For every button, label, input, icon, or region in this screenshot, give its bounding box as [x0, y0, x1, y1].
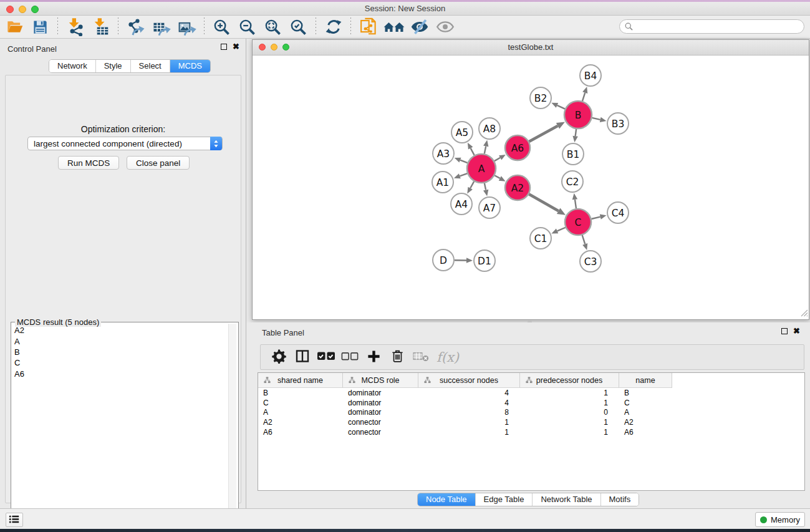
table-cell[interactable]: 4 — [418, 399, 520, 409]
graph-edge-A-A1[interactable] — [454, 173, 467, 178]
column-header-successor-nodes[interactable]: successor nodes — [418, 373, 520, 388]
eye-button[interactable] — [432, 16, 458, 37]
graph-node-C2[interactable]: C2 — [562, 171, 583, 192]
graph-edge-C-C4[interactable] — [591, 214, 606, 219]
table-row[interactable]: A2connector11A2 — [258, 418, 804, 428]
graph-edge-A-A5[interactable] — [468, 143, 475, 155]
table-cell[interactable]: A6 — [258, 428, 343, 438]
network-window-title-bar[interactable]: testGlobe.txt — [253, 40, 809, 56]
graph-edge-C-C1[interactable] — [551, 228, 565, 234]
task-list-button[interactable] — [6, 513, 23, 527]
import-network-button[interactable] — [62, 16, 88, 37]
table-row[interactable]: Bdominator41B — [258, 389, 804, 399]
graph-canvas[interactable]: B4B2BB3A5A8A6A3B1AA1C2A2A4A7C4CC1C3DD1 — [253, 56, 809, 319]
close-panel-button[interactable]: Close panel — [127, 156, 190, 170]
graph-node-B1[interactable]: B1 — [562, 143, 584, 165]
table-cell[interactable]: B — [619, 389, 672, 399]
graph-node-B4[interactable]: B4 — [580, 65, 601, 86]
graph-edge-A-A3[interactable] — [455, 158, 468, 163]
table-cell[interactable]: dominator — [343, 389, 418, 399]
graph-edge-B-B2[interactable] — [551, 103, 565, 109]
table-cell[interactable]: 8 — [418, 408, 520, 418]
graph-edge-A2-C[interactable] — [529, 194, 566, 215]
graph-node-D1[interactable]: D1 — [474, 250, 495, 271]
deselect-all-checks-button[interactable] — [338, 347, 362, 368]
tab-select[interactable]: Select — [130, 60, 170, 72]
float-panel-icon[interactable] — [221, 44, 227, 50]
table-cell[interactable]: B — [258, 389, 343, 399]
save-session-button[interactable] — [27, 16, 53, 37]
split-columns-button[interactable] — [291, 347, 314, 368]
table-cell[interactable]: A6 — [619, 428, 672, 438]
graph-edge-A-A2[interactable] — [494, 175, 505, 181]
table-cell[interactable]: A2 — [619, 418, 672, 428]
clone-network-button[interactable] — [355, 16, 381, 37]
close-panel-icon[interactable]: ✖ — [233, 44, 239, 50]
gear-button[interactable] — [267, 347, 291, 368]
graph-node-C3[interactable]: C3 — [580, 251, 601, 272]
result-list-item[interactable]: B — [12, 347, 229, 357]
graph-node-A2[interactable]: A2 — [505, 175, 530, 200]
tab-network[interactable]: Network — [49, 60, 95, 72]
graph-node-B[interactable]: B — [564, 101, 592, 128]
zoom-fit-button[interactable] — [260, 16, 286, 37]
graph-edge-A-A8[interactable] — [483, 140, 488, 154]
graph-edge-A-A6[interactable] — [494, 155, 506, 161]
graph-node-A7[interactable]: A7 — [479, 197, 500, 218]
graph-edge-D-D1[interactable] — [455, 258, 473, 263]
table-cell[interactable]: 1 — [418, 428, 520, 438]
table-row[interactable]: Adominator80A — [258, 408, 804, 418]
table-cell[interactable]: 1 — [520, 418, 619, 428]
result-list-item[interactable]: C — [12, 357, 229, 368]
float-table-panel-icon[interactable] — [781, 328, 788, 334]
table-cell[interactable]: 4 — [418, 389, 520, 399]
graph-edge-C-C2[interactable] — [572, 193, 577, 208]
maximize-window-button[interactable] — [31, 6, 39, 13]
table-cell[interactable]: A2 — [258, 418, 343, 428]
graph-edge-B-B3[interactable] — [592, 117, 606, 122]
eye-slash-button[interactable] — [407, 16, 432, 37]
run-mcds-button[interactable]: Run MCDS — [58, 156, 119, 170]
table-row[interactable]: A6connector11A6 — [258, 428, 804, 438]
delete-table-button[interactable] — [409, 347, 433, 368]
table-cell[interactable]: connector — [343, 428, 418, 438]
graph-node-A[interactable]: A — [467, 154, 496, 183]
graph-edge-A-A7[interactable] — [483, 183, 488, 196]
tab-style[interactable]: Style — [95, 60, 130, 72]
table-cell[interactable]: 1 — [418, 418, 520, 428]
tab-node-table[interactable]: Node Table — [418, 493, 475, 506]
table-cell[interactable]: 0 — [520, 408, 619, 418]
function-builder-button[interactable]: f(x) — [436, 350, 459, 365]
minimize-view-button[interactable] — [271, 44, 277, 51]
import-table-button[interactable] — [88, 16, 113, 37]
refresh-button[interactable] — [321, 16, 346, 37]
result-list-item[interactable]: A — [12, 336, 229, 346]
export-table-button[interactable] — [148, 16, 174, 37]
table-row[interactable]: Cdominator41C — [258, 399, 804, 409]
open-file-button[interactable] — [2, 16, 27, 37]
search-input[interactable] — [619, 19, 804, 34]
table-cell[interactable]: 1 — [520, 389, 619, 399]
graph-node-A6[interactable]: A6 — [505, 135, 530, 160]
resize-grip-icon[interactable] — [800, 309, 808, 319]
table-cell[interactable]: 1 — [520, 399, 619, 409]
graph-edge-C-C3[interactable] — [582, 235, 588, 250]
column-header-predecessor-nodes[interactable]: predecessor nodes — [520, 373, 619, 388]
zoom-out-button[interactable] — [234, 16, 260, 37]
tab-mcds[interactable]: MCDS — [170, 60, 210, 72]
result-list-item[interactable]: A2 — [12, 325, 229, 336]
add-button[interactable] — [362, 347, 385, 368]
close-window-button[interactable] — [6, 6, 14, 13]
select-all-checks-button[interactable] — [314, 347, 338, 368]
export-image-button[interactable] — [174, 16, 200, 37]
houses-button[interactable] — [381, 16, 407, 37]
graph-node-A4[interactable]: A4 — [451, 193, 472, 215]
graph-edge-B-B1[interactable] — [572, 129, 577, 142]
graph-node-A5[interactable]: A5 — [451, 122, 473, 143]
table-cell[interactable]: dominator — [343, 399, 418, 409]
optimization-criterion-select[interactable]: largest connected component (directed) — [27, 137, 223, 150]
graph-node-A3[interactable]: A3 — [433, 143, 454, 164]
zoom-in-button[interactable] — [209, 16, 234, 37]
graph-node-A8[interactable]: A8 — [479, 118, 500, 139]
maximize-view-button[interactable] — [282, 44, 289, 51]
